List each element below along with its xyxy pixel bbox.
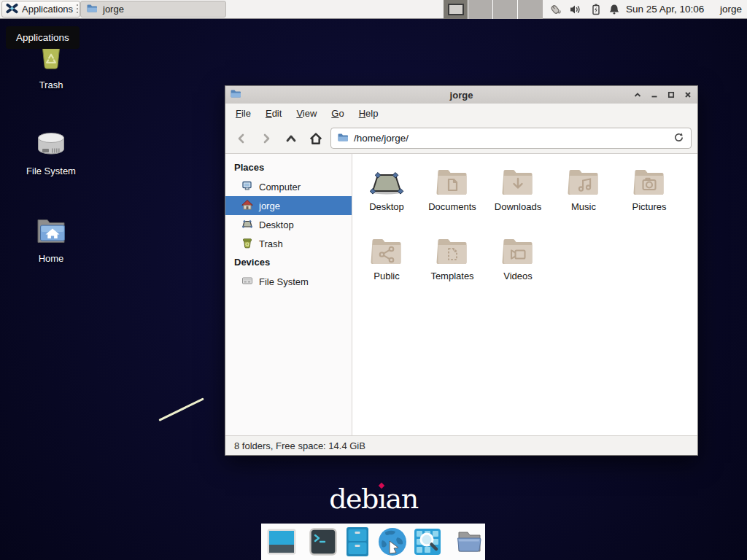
sidebar-item-label: Computer	[259, 182, 301, 192]
folder-dock-icon[interactable]	[454, 528, 484, 556]
stray-line-artifact	[158, 397, 204, 421]
file-item-templates[interactable]: Templates	[419, 234, 485, 303]
file-item-desktop[interactable]: Desktop	[354, 165, 419, 234]
menu-go[interactable]: Go	[324, 104, 351, 123]
file-item-label: Templates	[430, 271, 473, 281]
sidebar-item-label: File System	[259, 276, 309, 287]
mouse-icon[interactable]	[549, 3, 562, 16]
file-item-public[interactable]: Public	[354, 234, 419, 303]
tasklist-handle[interactable]	[77, 4, 78, 15]
window-title: jorge	[225, 90, 697, 101]
forward-button[interactable]	[256, 128, 276, 149]
panel-user-button[interactable]: jorge	[720, 0, 742, 19]
file-item-label: Pictures	[632, 201, 667, 212]
file-item-label: Desktop	[369, 201, 404, 212]
places-header: Places	[225, 158, 352, 177]
file-cabinet-icon[interactable]	[344, 526, 371, 557]
trash-mini-icon	[241, 237, 253, 251]
hard-drive-icon	[34, 125, 69, 160]
folder-templates-icon	[435, 234, 470, 269]
sidebar-item-label: jorge	[259, 201, 280, 211]
desktop-mini-icon	[241, 218, 253, 232]
reload-icon[interactable]	[673, 131, 685, 146]
folder-icon	[86, 2, 98, 16]
desktop-icon-home[interactable]: Home	[13, 213, 89, 264]
file-item-label: Documents	[428, 201, 476, 212]
folder-music-icon	[566, 165, 601, 200]
file-item-documents[interactable]: Documents	[419, 165, 485, 234]
folder-videos-icon	[500, 234, 535, 269]
home-folder-icon	[34, 213, 69, 248]
file-item-videos[interactable]: Videos	[485, 234, 551, 303]
sidebar-item-label: Trash	[259, 238, 283, 249]
applications-menu-label: Applications	[22, 4, 73, 15]
maximize-button[interactable]	[666, 90, 676, 100]
home-icon	[241, 199, 253, 213]
file-item-label: Videos	[503, 271, 533, 281]
menu-edit[interactable]: Edit	[258, 104, 289, 123]
debian-logo-i: ı	[378, 483, 386, 515]
desktop-special-icon	[369, 165, 404, 200]
sidebar-item-trash[interactable]: Trash	[225, 234, 352, 253]
folder-pictures-icon	[632, 165, 667, 200]
status-text: 8 folders, Free space: 14.4 GiB	[234, 440, 365, 451]
applications-menu-button[interactable]: Applications	[1, 1, 80, 18]
folder-public-icon	[369, 234, 404, 269]
home-button[interactable]	[306, 128, 326, 149]
application-finder-icon[interactable]	[414, 528, 441, 556]
web-browser-globe-icon[interactable]	[378, 527, 407, 556]
menu-help[interactable]: Help	[352, 104, 386, 123]
workspace-4[interactable]	[518, 0, 543, 19]
desktop-icon-file-system[interactable]: File System	[13, 125, 89, 176]
folder-documents-icon	[435, 165, 470, 200]
file-item-label: Public	[374, 271, 399, 281]
minimize-button[interactable]	[649, 90, 659, 100]
location-path[interactable]: /home/jorge/	[354, 133, 409, 144]
window-titlebar[interactable]: jorge	[225, 86, 697, 104]
location-bar[interactable]: /home/jorge/	[330, 128, 692, 149]
folder-downloads-icon	[500, 165, 535, 200]
terminal-icon[interactable]	[309, 528, 337, 556]
file-view: Desktop Documents	[352, 154, 697, 435]
sidebar-item-desktop[interactable]: Desktop	[225, 215, 352, 234]
volume-icon[interactable]	[569, 3, 582, 16]
applications-tooltip: Applications	[6, 26, 80, 49]
close-button[interactable]	[683, 90, 693, 100]
show-desktop-icon[interactable]	[267, 529, 296, 555]
top-panel: Applications jorge	[0, 0, 747, 19]
sidebar-item-computer[interactable]: Computer	[225, 177, 352, 196]
taskbar-window-label: jorge	[103, 4, 124, 15]
battery-icon[interactable]	[589, 3, 603, 16]
sidebar-item-file-system[interactable]: File System	[225, 272, 352, 291]
taskbar-window-button[interactable]: jorge	[80, 1, 226, 18]
back-button[interactable]	[231, 128, 252, 149]
shade-button[interactable]	[632, 90, 643, 100]
desktop-icon-label: Trash	[39, 79, 63, 90]
workspace-1[interactable]	[444, 0, 468, 19]
places-sidebar: Places Computer	[225, 154, 352, 435]
file-manager-window: jorge File Edit View Go Help	[225, 85, 698, 456]
notifications-bell-icon[interactable]	[608, 3, 621, 16]
sidebar-item-jorge[interactable]: jorge	[225, 196, 352, 215]
file-item-label: Downloads	[495, 201, 541, 212]
status-bar: 8 folders, Free space: 14.4 GiB	[225, 435, 697, 455]
up-button[interactable]	[281, 128, 301, 149]
drive-mini-icon	[241, 275, 253, 289]
location-folder-icon	[337, 131, 349, 145]
workspace-2[interactable]	[468, 0, 493, 19]
workspace-3[interactable]	[493, 0, 518, 19]
menu-bar: File Edit View Go Help	[225, 104, 697, 123]
computer-icon	[241, 180, 253, 194]
panel-clock[interactable]: Sun 25 Apr, 10:06	[626, 0, 704, 19]
file-item-music[interactable]: Music	[551, 165, 616, 234]
file-item-label: Music	[571, 201, 596, 212]
menu-view[interactable]: View	[289, 104, 324, 123]
workspace-window-preview	[448, 4, 464, 15]
debian-logo: debıan	[0, 483, 747, 515]
file-item-pictures[interactable]: Pictures	[616, 165, 682, 234]
file-item-downloads[interactable]: Downloads	[485, 165, 551, 234]
debian-logo-text: an	[386, 483, 418, 515]
workspace-pager	[444, 0, 543, 19]
menu-file[interactable]: File	[228, 104, 258, 123]
bottom-dock	[261, 524, 485, 560]
